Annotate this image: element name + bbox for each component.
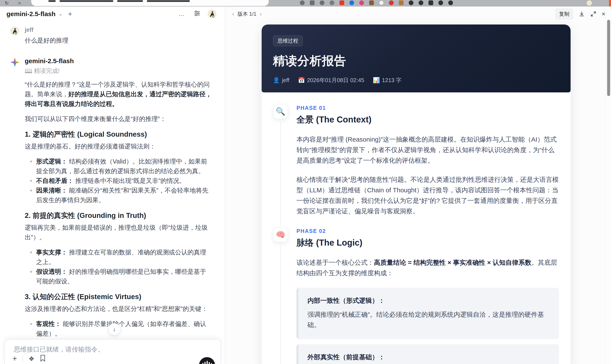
phase-label: PHASE 01	[296, 105, 559, 111]
report-wordcount: 1213 字	[382, 77, 402, 84]
extension-icon[interactable]	[428, 0, 433, 5]
report-author: jeff	[282, 77, 289, 84]
logic-card: 外部真实性（前提基础）：强调推理的“经验校准”。解决“GIGO（垃圾进，垃圾出）…	[296, 344, 559, 364]
report-title: 精读分析报告	[273, 53, 559, 69]
model-selector-label[interactable]: gemini-2.5-flash	[6, 10, 55, 18]
attach-plus-button[interactable]: +	[13, 354, 17, 363]
assistant-paragraph: 这涉及推理者的心态和方法论，也是区分“杠精”和“思想家”的关键：	[25, 304, 213, 314]
assistant-heading: 2. 前提的真实性 (Grounding in Truth)	[25, 210, 213, 221]
bullet-item: 形式逻辑： 结构必须有效（Valid）。比如演绎推理中，如果前提全部为真，那么通…	[30, 157, 213, 176]
chat-input-placeholder[interactable]: 思维接口已就绪，请传输指令。	[14, 345, 214, 354]
phase-label: PHASE 02	[296, 228, 559, 234]
version-next-button[interactable]: ›	[260, 11, 262, 17]
user-message: jeff 什么是好的推理	[10, 27, 213, 45]
effects-icon[interactable]: ❖	[29, 355, 34, 363]
assistant-message: gemini-2.5-flash 📖 精读完成! “什么是好的推理？”这是一个涉…	[10, 57, 213, 364]
extension-icon[interactable]	[320, 0, 324, 5]
extension-icon[interactable]	[349, 0, 354, 5]
assistant-paragraph: 我们可以从以下四个维度来衡量什么是“好的推理”：	[25, 114, 213, 124]
browser-profile-avatar[interactable]	[586, 0, 592, 6]
scrollbar-thumb[interactable]	[607, 20, 610, 96]
phase-lead-paragraph: 该论述基于一个核心公式：高质量结论 = 结构完整性 × 事实准确性 × 认知自律…	[296, 257, 559, 278]
voice-input-button[interactable]	[199, 357, 215, 364]
user-avatar	[10, 27, 19, 35]
extension-icon[interactable]	[389, 0, 394, 5]
report-meta: 👤 jeff 📅 2026年01月08日 02:45 📊 1213 字	[273, 77, 559, 84]
app-window: gemini-2.5-flash ⌄ + …	[0, 6, 611, 364]
phase-title: 脉络 (The Logic)	[296, 237, 559, 249]
browser-grid-icon[interactable]: ⌗	[18, 1, 21, 6]
assistant-bullet-list: 形式逻辑： 结构必须有效（Valid）。比如演绎推理中，如果前提全部为真，那么通…	[25, 157, 213, 205]
chat-message-list: jeff 什么是好的推理 gemini-2.5-flash 📖 精读完成! “什…	[0, 22, 225, 364]
extension-icon[interactable]	[330, 0, 334, 5]
gemini-logo-icon	[10, 58, 19, 67]
phase-timeline: 🔍 PHASE 01 全景 (The Context) 本内容是对“推理 (Re…	[262, 92, 571, 364]
extension-icon[interactable]	[300, 0, 305, 5]
brain-icon: 🧠	[273, 227, 288, 242]
bullet-item: 事实支撑： 推理建立在可靠的数据、准确的观测或公认的真理之上。	[30, 247, 213, 267]
browser-extension-icons	[300, 0, 453, 5]
assistant-paragraph: “什么是好的推理？”这是一个涉及逻辑学、认知科学和哲学核心的问题。简单来说，好的…	[25, 80, 213, 109]
bullet-item: 不自相矛盾： 推理链条中不能出现“既是又非”的情况。	[30, 176, 213, 186]
user-name: jeff	[25, 27, 213, 33]
logic-card: 内部一致性（形式逻辑）：强调推理的“机械正确”。结论必须在给定的规则系统内逻辑自…	[296, 288, 559, 339]
waveform-icon	[202, 361, 212, 364]
report-date: 2026年01月08日 02:45	[307, 77, 364, 84]
fullscreen-icon[interactable]	[590, 11, 596, 17]
extension-icon[interactable]	[339, 0, 344, 5]
logic-card-title: 外部真实性（前提基础）：	[307, 353, 550, 362]
copy-button[interactable]: 复制	[555, 8, 573, 20]
address-text-fragment	[147, 0, 190, 2]
browser-refresh-icon[interactable]: ↻	[5, 1, 9, 6]
address-text-fragment	[60, 0, 113, 2]
extension-icon[interactable]	[359, 0, 364, 5]
phase-paragraph: 核心情境在于解决“思考的随意性”问题。不论是人类通过批判性思维进行决策，还是大语…	[296, 174, 559, 216]
extension-icon[interactable]	[419, 0, 423, 5]
scroll-to-bottom-button[interactable]: ↓	[108, 323, 120, 335]
phase-title: 全景 (The Context)	[296, 114, 559, 126]
address-text-fragment	[48, 0, 56, 2]
bookmark-icon[interactable]	[40, 355, 46, 363]
magnifier-icon: 🔍	[273, 104, 288, 119]
download-icon[interactable]	[579, 11, 585, 17]
browser-toolbar: ↻ ⌗	[0, 0, 611, 6]
extension-icon[interactable]	[448, 0, 453, 5]
logic-card-list: 内部一致性（形式逻辑）：强调推理的“机械正确”。结论必须在给定的规则系统内逻辑自…	[296, 288, 559, 364]
scrollbar-track[interactable]	[606, 6, 611, 364]
arrow-down-icon: ↓	[113, 326, 116, 333]
extension-icon[interactable]	[310, 0, 315, 5]
chat-input-box[interactable]: 思维接口已就绪，请传输指令。 + ❖	[4, 339, 221, 364]
assistant-message-body: “什么是好的推理？”这是一个涉及逻辑学、认知科学和哲学核心的问题。简单来说，好的…	[25, 80, 213, 364]
more-options-icon[interactable]: …	[179, 11, 185, 17]
author-icon: 👤	[273, 77, 280, 84]
close-icon[interactable]: ×	[601, 10, 605, 18]
input-toolbar: + ❖	[13, 354, 46, 363]
settings-sliders-icon[interactable]	[194, 10, 200, 18]
phase-section-2: 🧠 PHASE 02 脉络 (The Logic) 该论述基于一个核心公式：高质…	[273, 227, 559, 364]
chevron-down-icon[interactable]: ⌄	[58, 11, 62, 17]
chat-header: gemini-2.5-flash ⌄ + …	[0, 6, 225, 22]
assistant-name: gemini-2.5-flash	[25, 57, 213, 65]
new-chat-button[interactable]: +	[68, 10, 72, 18]
extension-icon[interactable]	[438, 0, 443, 5]
address-text-fragment	[117, 0, 143, 2]
timeline-connector	[280, 244, 281, 364]
window-edge-sliver	[609, 0, 611, 6]
browser-address-bar[interactable]	[31, 0, 269, 6]
version-prev-button[interactable]: ‹	[232, 11, 234, 17]
extension-icon[interactable]	[379, 0, 384, 5]
bullet-item: 因果清晰： 能准确区分“相关性”和“因果关系”，不会轻率地将先后发生的事情归为因…	[30, 186, 213, 205]
version-label: 版本 1/1	[238, 11, 256, 17]
chat-panel: gemini-2.5-flash ⌄ + …	[0, 6, 225, 364]
preview-header: ‹ 版本 1/1 › 复制 ×	[225, 6, 611, 22]
extension-icon[interactable]	[369, 0, 374, 5]
extension-icon[interactable]	[409, 0, 413, 5]
user-message-text: 什么是好的推理	[25, 36, 213, 45]
phase-section-1: 🔍 PHASE 01 全景 (The Context) 本内容是对“推理 (Re…	[273, 104, 559, 225]
report-card: 思维过程 精读分析报告 👤 jeff 📅 2026年01月08日 02:45 📊…	[262, 25, 571, 364]
bullet-item: 假设透明： 好的推理会明确指明哪些是已知事实，哪些是基于可能的假设。	[30, 267, 213, 286]
account-avatar[interactable]	[208, 10, 216, 18]
extension-icon[interactable]	[399, 0, 404, 5]
toolbar-divider	[23, 355, 23, 362]
assistant-paragraph: 逻辑再完美，如果前提是错误的，推理也是垃圾（即“垃圾进，垃圾出”）。	[25, 223, 213, 242]
